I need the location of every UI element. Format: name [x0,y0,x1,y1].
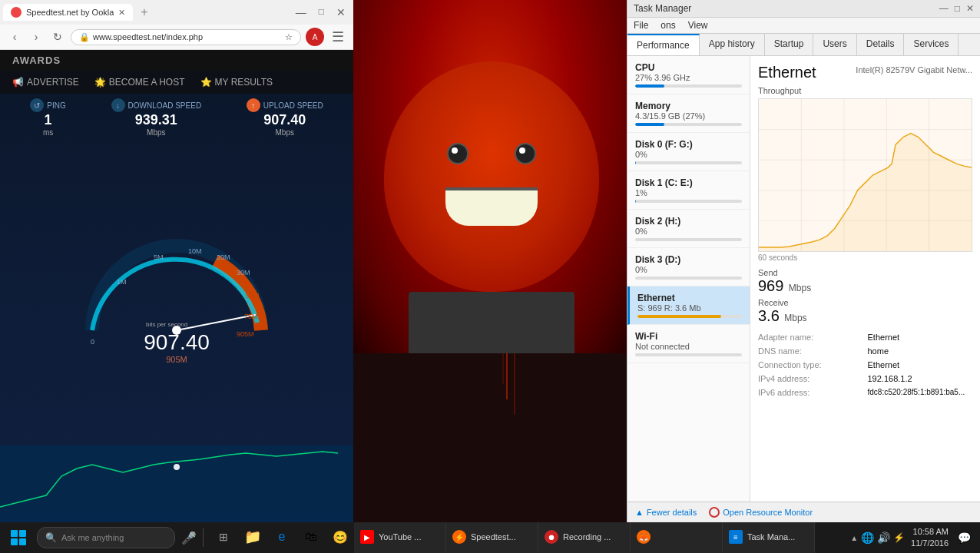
tm-menu-file[interactable]: File [634,20,648,31]
tm-content-header: Ethernet Intel(R) 82579V Gigabit Netw... [758,64,972,81]
tab-app-history[interactable]: App history [700,34,765,55]
video-overlay [353,0,630,353]
tm-menu-options[interactable]: ons [661,20,675,31]
tm-maximize-icon[interactable]: □ [955,3,960,14]
tm-menu-view[interactable]: View [688,20,708,31]
new-tab-icon[interactable]: + [136,5,152,19]
ipv4-label: IPv4 address: [758,374,863,383]
bookmark-icon[interactable]: ☆ [285,32,293,42]
cortana-button[interactable]: 😊 [326,522,354,553]
tm-close-icon[interactable]: ✕ [966,3,974,14]
url-bar[interactable]: 🔒 www.speedtest.net/index.php ☆ [71,29,301,45]
tm-content-title: Ethernet [758,64,816,81]
ipv6-label: IPv6 address: [758,388,863,397]
menu-icon[interactable]: ☰ [329,28,347,45]
close-icon[interactable]: ✕ [332,6,350,18]
tomato-body [384,61,599,292]
battery-icon[interactable]: ⚡ [893,532,905,543]
tab-services[interactable]: Services [904,34,958,55]
forward-button[interactable]: › [28,28,45,45]
taskbar: 🔍 Ask me anything 🎤 ⊞ 📁 e 🛍 😊 ▶ YouTube … [0,522,980,553]
adapter-name-label: Adapter name: [758,333,863,342]
my-results-link[interactable]: ⭐ MY RESULTS [200,77,273,88]
upload-label: UPLOAD SPEED [263,101,323,110]
tab-close-icon[interactable]: ✕ [118,8,125,18]
tomato-teeth [445,187,538,226]
volume-icon[interactable]: 🔊 [877,531,890,544]
tm-content: Ethernet Intel(R) 82579V Gigabit Netw...… [750,56,980,502]
tm-minimize-icon[interactable]: — [939,3,949,14]
sidebar-disk0[interactable]: Disk 0 (F: G:) 0% [627,133,750,171]
tab-startup[interactable]: Startup [765,34,814,55]
browser-tab[interactable]: Speedtest.net by Ookla ✕ [3,4,133,21]
speedtest-icon: ⚡ [452,530,466,544]
back-button[interactable]: ‹ [6,28,23,45]
open-resource-monitor-button[interactable]: Open Resource Monitor [709,507,813,518]
store-button[interactable]: 🛍 [297,522,325,553]
sidebar-cpu[interactable]: CPU 27% 3.96 GHz [627,56,750,94]
tab-performance[interactable]: Performance [627,34,700,55]
taskbar-apps: ▶ YouTube ... ⚡ Speedtest... ⏺ Recording… [354,522,815,553]
send-value: 969 [758,277,783,294]
maximize-icon[interactable]: □ [314,6,329,18]
disk3-value: 0% [635,265,742,274]
taskbar-app-speedtest[interactable]: ⚡ Speedtest... [446,522,538,553]
tab-users[interactable]: Users [813,34,856,55]
microphone-icon[interactable]: 🎤 [181,531,197,545]
taskbar-clock[interactable]: 10:58 AM 11/7/2016 [911,526,949,550]
advertise-icon: 📢 [12,77,24,88]
lock-icon: 🔒 [79,32,90,42]
sidebar-disk2[interactable]: Disk 2 (H:) 0% [627,210,750,248]
youtube-app-label: YouTube ... [379,532,421,541]
extensions-icon[interactable]: A [306,28,324,46]
notifications-icon[interactable]: 💬 [958,531,971,544]
svg-text:20M: 20M [217,253,230,261]
results-icon: ⭐ [200,77,212,88]
ethernet-graph [758,98,972,252]
sidebar-memory[interactable]: Memory 4.3/15.9 GB (27%) [627,94,750,133]
store-icon: 🛍 [305,530,317,544]
disk1-value: 1% [635,188,742,197]
download-label: DOWNLOAD SPEED [128,101,202,110]
refresh-button[interactable]: ↻ [49,28,66,45]
taskbar-search[interactable]: 🔍 Ask me anything [37,527,175,548]
recording-app-label: Recording ... [563,532,611,541]
become-host-link[interactable]: 🌟 BECOME A HOST [94,77,185,88]
host-icon: 🌟 [94,77,106,88]
taskbar-app-recording[interactable]: ⏺ Recording ... [538,522,631,553]
taskbar-app-firefox[interactable]: 🦊 [631,522,723,553]
search-icon: 🔍 [45,532,57,543]
file-explorer-button[interactable]: 📁 [239,522,267,553]
task-view-button[interactable]: ⊞ [210,522,237,553]
speedtest-gauge-area: 0 1M 5M 10M 20M 30M 50M 75M 905M bits pe… [0,141,353,445]
network-icon[interactable]: 🌐 [861,531,874,544]
fewer-details-button[interactable]: ▲ Fewer details [635,508,697,517]
edge-icon: e [279,530,286,544]
sidebar-disk1[interactable]: Disk 1 (C: E:) 1% [627,171,750,210]
up-arrow-icon[interactable]: ▲ [850,534,858,542]
task-manager: Task Manager — □ ✕ File ons View Perform… [627,0,980,522]
advertise-link[interactable]: 📢 ADVERTISE [12,77,79,88]
taskbar-app-taskmanager[interactable]: ≡ Task Mana... [723,522,815,553]
connection-type-value: Ethernet [868,360,973,369]
taskbar-app-youtube[interactable]: ▶ YouTube ... [354,522,446,553]
clock-time: 10:58 AM [911,526,949,538]
sidebar-wifi[interactable]: Wi-Fi Not connected [627,325,750,363]
svg-text:5M: 5M [154,253,164,261]
tomato-left-eye [447,143,468,164]
tab-details[interactable]: Details [857,34,905,55]
sidebar-disk3[interactable]: Disk 3 (D:) 0% [627,248,750,286]
sidebar-ethernet[interactable]: Ethernet S: 969 R: 3.6 Mb [627,286,750,325]
adapter-name-value: Ethernet [868,333,973,342]
speedtest-app-label: Speedtest... [471,532,516,541]
edge-button[interactable]: e [268,522,296,553]
send-label: Send [758,268,972,277]
minimize-icon[interactable]: — [291,6,311,18]
svg-line-0 [177,315,255,330]
fewer-details-icon: ▲ [635,508,644,517]
start-button[interactable] [3,522,34,553]
disk3-label: Disk 3 (D:) [635,254,742,265]
memory-value: 4.3/15.9 GB (27%) [635,111,742,121]
browser-content: AWARDS 📢 ADVERTISE 🌟 BECOME A HOST ⭐ MY … [0,50,353,522]
clock-date: 11/7/2016 [911,538,949,549]
